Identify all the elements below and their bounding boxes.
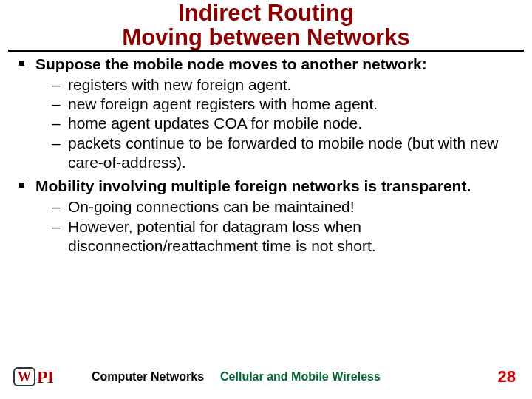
wpi-logo-w: W bbox=[18, 370, 31, 383]
dash-icon: – bbox=[52, 217, 61, 236]
wpi-logo-badge: W bbox=[13, 367, 35, 386]
dash-icon: – bbox=[52, 95, 61, 114]
sub-text: However, potential for datagram loss whe… bbox=[68, 218, 376, 254]
square-bullet-icon bbox=[19, 183, 24, 188]
dash-icon: – bbox=[52, 114, 61, 133]
footer-topic: Cellular and Mobile Wireless bbox=[220, 370, 381, 383]
sub-point: – On-going connections can be maintained… bbox=[52, 197, 520, 216]
sub-list-1: – registers with new foreign agent. – ne… bbox=[52, 75, 520, 172]
bullet-point-2: Mobility involving multiple foreign netw… bbox=[19, 177, 520, 196]
sub-point: – However, potential for datagram loss w… bbox=[52, 217, 520, 256]
wpi-logo: W PI bbox=[13, 367, 53, 387]
footer-center: Computer Networks Cellular and Mobile Wi… bbox=[53, 370, 498, 383]
dash-icon: – bbox=[52, 134, 61, 153]
square-bullet-icon bbox=[19, 61, 24, 66]
sub-text: home agent updates COA for mobile node. bbox=[68, 115, 362, 132]
bullet-text: Mobility involving multiple foreign netw… bbox=[35, 177, 471, 194]
wpi-logo-pi: PI bbox=[37, 367, 53, 387]
title-line-2: Moving between Networks bbox=[0, 26, 532, 50]
sub-text: packets continue to be forwarded to mobi… bbox=[68, 134, 499, 171]
slide-footer: W PI Computer Networks Cellular and Mobi… bbox=[0, 362, 532, 392]
bullet-point-1: Suppose the mobile node moves to another… bbox=[19, 55, 520, 74]
dash-icon: – bbox=[52, 197, 61, 216]
sub-point: – new foreign agent registers with home … bbox=[52, 95, 520, 114]
sub-list-2: – On-going connections can be maintained… bbox=[52, 197, 520, 256]
page-number: 28 bbox=[498, 367, 516, 386]
sub-point: – registers with new foreign agent. bbox=[52, 75, 520, 95]
sub-text: On-going connections can be maintained! bbox=[68, 198, 355, 215]
sub-point: – home agent updates COA for mobile node… bbox=[52, 114, 520, 133]
bullet-text: Suppose the mobile node moves to another… bbox=[35, 55, 427, 72]
sub-text: new foreign agent registers with home ag… bbox=[68, 95, 378, 112]
title-line-1: Indirect Routing bbox=[0, 1, 532, 26]
dash-icon: – bbox=[52, 75, 61, 95]
sub-text: registers with new foreign agent. bbox=[68, 76, 291, 93]
slide-body: Suppose the mobile node moves to another… bbox=[0, 55, 532, 256]
sub-point: – packets continue to be forwarded to mo… bbox=[52, 134, 520, 173]
footer-course: Computer Networks bbox=[92, 370, 204, 383]
slide-title-block: Indirect Routing Moving between Networks bbox=[0, 0, 532, 50]
